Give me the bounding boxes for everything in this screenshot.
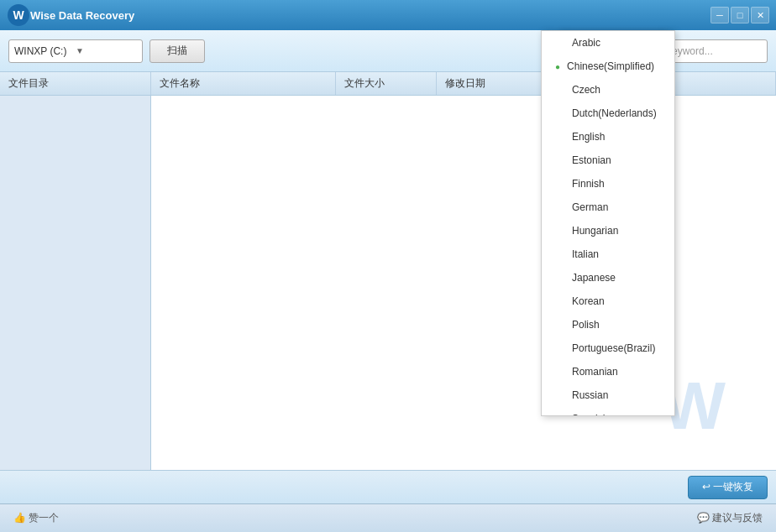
lang-item-label: Czech [572,84,600,96]
window-controls: ─ □ ✕ [710,7,769,23]
app-title: Wise Data Recovery [30,9,710,22]
lang-item-label: Polish [572,319,600,331]
file-tree[interactable] [0,96,151,470]
lang-item-label: Romanian [572,366,618,378]
app-logo: W [7,3,30,27]
status-bar: 👍 赞一个 💬 建议与反馈 [0,503,776,532]
file-list: W [151,96,776,470]
lang-item-hungarian[interactable]: Hungarian [542,219,674,243]
lang-item-finnish[interactable]: Finnish [542,172,674,196]
lang-item-russian[interactable]: Russian [542,383,674,407]
col-header-file-size: 文件大小 [336,72,437,95]
feedback-button[interactable]: 💬 建议与反馈 [697,511,763,525]
lang-item-portuguese-brazil[interactable]: Portuguese(Brazil) [542,336,674,360]
lang-item-label: Estonian [572,154,611,166]
lang-item-german[interactable]: German [542,196,674,219]
lang-item-chinese-simplified[interactable]: Chinese(Simplified) [542,55,674,78]
lang-item-dutch[interactable]: Dutch(Nederlands) [542,102,674,125]
bottom-toolbar: ↩ 一键恢复 [0,470,776,503]
close-button[interactable]: ✕ [751,7,769,23]
col-header-file-name: 文件名称 [151,72,336,95]
status-left: 👍 赞一个 [13,511,59,525]
lang-item-english[interactable]: English [542,125,674,149]
lang-item-label: Dutch(Nederlands) [572,107,657,119]
lang-item-italian[interactable]: Italian [542,243,674,266]
lang-item-estonian[interactable]: Estonian [542,149,674,172]
lang-item-czech[interactable]: Czech [542,78,674,102]
lang-item-label: Spanish [572,413,608,416]
lang-item-label: Korean [572,295,605,307]
title-bar: W Wise Data Recovery ─ □ ✕ [0,0,776,30]
lang-item-label: Russian [572,389,608,401]
lang-item-label: Chinese(Simplified) [567,60,654,72]
status-right: 💬 建议与反馈 [697,511,763,525]
lang-item-label: Arabic [572,37,600,49]
drive-selector[interactable]: WINXP (C:) ▼ [8,39,143,63]
lang-item-label: Finnish [572,178,605,190]
lang-item-label: Italian [572,248,599,260]
lang-item-korean[interactable]: Korean [542,289,674,313]
col-header-file-dir: 文件目录 [0,72,151,95]
scan-button[interactable]: 扫描 [149,39,205,63]
lang-item-label: Hungarian [572,225,618,237]
lang-item-label: Portuguese(Brazil) [572,342,655,354]
drive-arrow: ▼ [76,46,137,55]
maximize-button[interactable]: □ [731,7,749,23]
like-button[interactable]: 👍 赞一个 [13,511,59,525]
lang-item-label: English [572,131,605,143]
svg-text:W: W [13,8,24,22]
drive-label: WINXP (C:) [14,45,76,57]
recover-button[interactable]: ↩ 一键恢复 [688,476,768,499]
lang-item-romanian[interactable]: Romanian [542,360,674,383]
lang-item-label: Japanese [572,272,616,284]
lang-item-polish[interactable]: Polish [542,313,674,336]
lang-item-japanese[interactable]: Japanese [542,266,674,289]
lang-item-label: German [572,201,608,213]
lang-item-arabic[interactable]: Arabic [542,31,674,55]
lang-item-spanish[interactable]: Spanish [542,407,674,416]
language-submenu: ArabicChinese(Simplified)CzechDutch(Nede… [541,30,675,416]
minimize-button[interactable]: ─ [710,7,729,23]
